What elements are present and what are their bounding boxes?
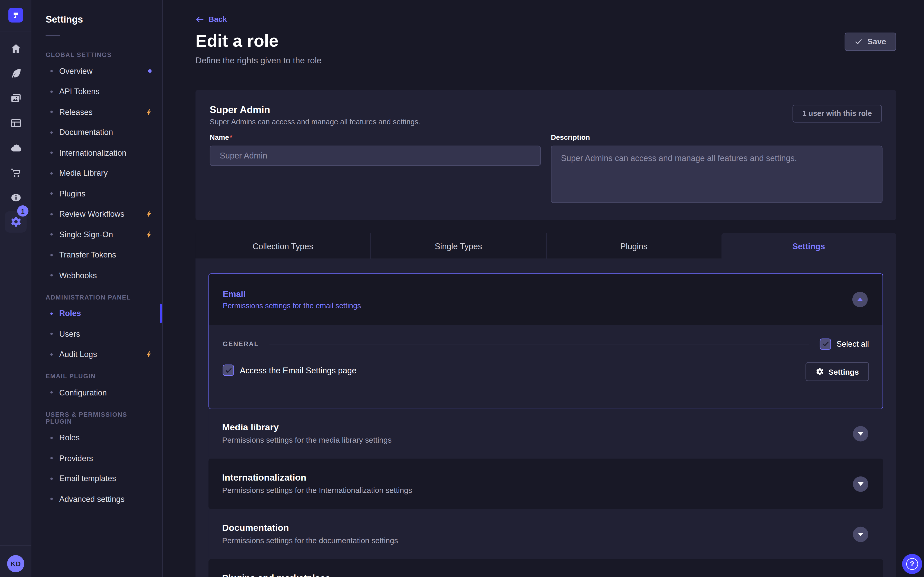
general-divider: [269, 343, 809, 344]
check-icon: [225, 367, 232, 374]
access-email-settings-checkbox[interactable]: [223, 365, 234, 376]
expand-button[interactable]: [853, 527, 868, 542]
chevron-down-icon: [858, 533, 864, 536]
question-mark-icon: ?: [906, 558, 918, 570]
accordion-subtitle: Permissions settings for the documentati…: [222, 536, 398, 545]
bullet-icon: [50, 477, 53, 480]
bullet-icon: [50, 152, 53, 154]
sidebar-item-audit-logs[interactable]: Audit Logs: [46, 344, 153, 365]
name-field-label: Name*: [210, 133, 233, 141]
sidebar-item-configuration[interactable]: Configuration: [46, 382, 153, 403]
role-summary-text: Super Admins can access and manage all f…: [210, 118, 420, 126]
content-manager-icon[interactable]: [10, 117, 21, 129]
accordion-title: Media library: [222, 422, 279, 433]
save-button[interactable]: Save: [845, 32, 896, 51]
tab-single-types[interactable]: Single Types: [370, 233, 546, 259]
general-section-label: GENERAL: [223, 340, 259, 348]
sidebar-item-review-workflows[interactable]: Review Workflows: [46, 204, 153, 224]
sidebar-item-overview[interactable]: Overview: [46, 61, 153, 82]
sidebar-item-providers[interactable]: Providers: [46, 448, 153, 469]
sidebar-item-internationalization[interactable]: Internationalization: [46, 143, 153, 163]
tab-collection-types[interactable]: Collection Types: [195, 233, 370, 259]
sidebar-item-media-library[interactable]: Media Library: [46, 163, 153, 184]
rail-logo-area: [0, 0, 31, 31]
bullet-icon: [50, 254, 53, 256]
bullet-icon: [50, 193, 53, 195]
enterprise-bolt-icon: [145, 108, 153, 116]
subnav-title-divider: [46, 35, 60, 36]
settings-nav-button[interactable]: 1: [5, 211, 26, 233]
gear-icon: [816, 367, 824, 376]
sidebar-item-roles-up[interactable]: Roles: [46, 427, 153, 448]
content-type-builder-icon[interactable]: [10, 68, 21, 79]
sidebar-item-plugins[interactable]: Plugins: [46, 183, 153, 204]
accordion-email-header[interactable]: Email Permissions settings for the email…: [209, 274, 883, 325]
sidebar-item-single-sign-on[interactable]: Single Sign-On: [46, 224, 153, 245]
chevron-down-icon: [858, 432, 864, 436]
check-icon: [855, 38, 863, 46]
tab-settings[interactable]: Settings: [721, 233, 896, 259]
subnav-scrollbar-thumb[interactable]: [160, 304, 162, 323]
bullet-icon: [50, 312, 53, 315]
accordion-plugins-and-marketplace[interactable]: Plugins and marketplace: [208, 559, 883, 577]
sidebar-item-documentation[interactable]: Documentation: [46, 122, 153, 143]
users-with-role-button[interactable]: 1 user with this role: [792, 105, 882, 122]
cloud-icon[interactable]: [10, 142, 21, 153]
sidebar-item-releases[interactable]: Releases: [46, 102, 153, 122]
expand-button[interactable]: [853, 477, 868, 492]
section-label-email-plugin: EMAIL PLUGIN: [46, 372, 153, 380]
permissions-tabs: Collection Types Single Types Plugins Se…: [195, 233, 896, 259]
description-textarea[interactable]: Super Admins can access and manage all f…: [551, 146, 882, 203]
bullet-icon: [50, 274, 53, 276]
sidebar-item-api-tokens[interactable]: API Tokens: [46, 81, 153, 102]
general-permissions-row: GENERAL Select all: [223, 337, 869, 351]
accordion-subtitle: Permissions settings for the media libra…: [222, 435, 391, 445]
tab-plugins[interactable]: Plugins: [546, 233, 722, 259]
bullet-icon: [50, 333, 53, 335]
enterprise-bolt-icon: [145, 230, 153, 238]
sidebar-item-transfer-tokens[interactable]: Transfer Tokens: [46, 245, 153, 265]
information-icon[interactable]: [10, 192, 21, 203]
enterprise-bolt-icon: [145, 210, 153, 218]
email-settings-button[interactable]: Settings: [805, 362, 869, 381]
name-input[interactable]: [210, 146, 541, 166]
accordion-media-library[interactable]: Media library Permissions settings for t…: [208, 408, 883, 459]
required-asterisk: *: [230, 133, 233, 141]
settings-subnav: Settings GLOBAL SETTINGS Overview API To…: [31, 0, 163, 577]
user-avatar[interactable]: KD: [7, 555, 24, 572]
main-nav-rail: 1 KD: [0, 0, 31, 577]
notification-dot-icon: [148, 69, 152, 73]
permission-row: Access the Email Settings page: [223, 365, 357, 376]
description-field-label: Description: [551, 133, 590, 141]
sidebar-item-roles-admin[interactable]: Roles: [46, 303, 153, 324]
collapse-button[interactable]: [852, 292, 868, 307]
help-button[interactable]: ?: [902, 554, 922, 574]
accordion-email: Email Permissions settings for the email…: [208, 273, 883, 409]
sidebar-item-webhooks[interactable]: Webhooks: [46, 265, 153, 286]
media-library-icon[interactable]: [10, 92, 21, 103]
role-name-heading: Super Admin: [210, 104, 270, 115]
app-window: 1 KD Settings GLOBAL SETTINGS Overview A…: [0, 0, 924, 577]
accordion-email-body: GENERAL Select all Access the Email S: [209, 325, 883, 408]
page-subtitle: Define the rights given to the role: [195, 56, 321, 65]
chevron-up-icon: [857, 298, 863, 301]
enterprise-bolt-icon: [145, 351, 153, 358]
bullet-icon: [50, 172, 53, 174]
home-icon[interactable]: [10, 43, 21, 54]
select-all-checkbox[interactable]: [820, 338, 831, 350]
sidebar-item-users[interactable]: Users: [46, 324, 153, 344]
accordion-email-subtitle: Permissions settings for the email setti…: [223, 302, 883, 310]
bullet-icon: [50, 353, 53, 355]
accordion-internationalization[interactable]: Internationalization Permissions setting…: [208, 459, 883, 509]
marketplace-cart-icon[interactable]: [10, 167, 21, 178]
bullet-icon: [50, 234, 53, 236]
expand-button[interactable]: [853, 426, 868, 442]
section-label-administration-panel: ADMINISTRATION PANEL: [46, 293, 153, 300]
sidebar-item-advanced-settings[interactable]: Advanced settings: [46, 489, 153, 509]
permission-label: Access the Email Settings page: [240, 366, 357, 375]
back-link[interactable]: Back: [195, 15, 227, 24]
strapi-logo[interactable]: [8, 8, 23, 23]
accordion-title: Internationalization: [222, 472, 306, 483]
accordion-documentation[interactable]: Documentation Permissions settings for t…: [208, 509, 883, 559]
sidebar-item-email-templates[interactable]: Email templates: [46, 469, 153, 489]
